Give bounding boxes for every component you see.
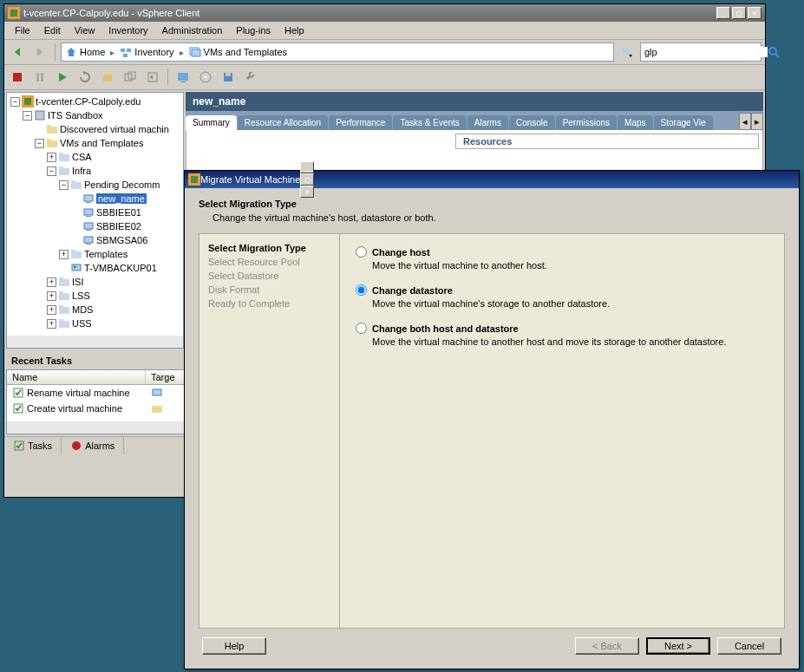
svg-rect-67 bbox=[152, 406, 162, 413]
play-button[interactable] bbox=[53, 68, 72, 87]
tab-tasks-events[interactable]: Tasks & Events bbox=[393, 115, 466, 130]
floppy-button[interactable] bbox=[219, 68, 238, 87]
vms-templates-icon bbox=[189, 46, 201, 58]
pause-button[interactable] bbox=[30, 68, 49, 87]
search-input[interactable] bbox=[641, 47, 768, 57]
tab-resource-allocation[interactable]: Resource Allocation bbox=[238, 115, 328, 130]
console-button[interactable] bbox=[173, 68, 193, 87]
tree-node-templates[interactable]: +Templates bbox=[9, 247, 181, 261]
status-tab-alarms[interactable]: Alarms bbox=[62, 437, 124, 454]
dialog-minimize-button[interactable]: _ bbox=[300, 161, 314, 173]
cd-button[interactable] bbox=[196, 68, 215, 87]
svg-point-20 bbox=[108, 72, 112, 75]
tree-node-uss[interactable]: +USS bbox=[9, 316, 181, 330]
status-tab-tasks[interactable]: Tasks bbox=[4, 437, 62, 454]
breadcrumb-inventory[interactable]: Inventory bbox=[120, 46, 173, 58]
svg-rect-1 bbox=[10, 10, 17, 16]
cancel-button[interactable]: Cancel bbox=[717, 637, 781, 655]
tab-permissions[interactable]: Permissions bbox=[556, 115, 617, 130]
tab-console[interactable]: Console bbox=[509, 115, 555, 130]
main-titlebar[interactable]: t-vcenter.CP-Calpoly.edu - vSphere Clien… bbox=[4, 4, 765, 22]
tree-node-pending[interactable]: −Pending Decomm bbox=[9, 178, 181, 192]
tree-node-datacenter[interactable]: −ITS Sandbox bbox=[9, 108, 181, 122]
tree-node-discovered[interactable]: Discovered virtual machin bbox=[9, 122, 181, 136]
vm-icon bbox=[151, 387, 163, 399]
tree-node-vcenter[interactable]: −t-vcenter.CP-Calpoly.edu bbox=[9, 95, 181, 108]
svg-rect-62 bbox=[59, 321, 69, 328]
tree-node-sbbiee01[interactable]: SBBIEE01 bbox=[9, 206, 181, 219]
tab-alarms[interactable]: Alarms bbox=[467, 115, 508, 130]
search-options-button[interactable] bbox=[618, 42, 637, 62]
tree-node-isi[interactable]: +ISI bbox=[9, 275, 181, 289]
snapshot-manager-button[interactable] bbox=[121, 68, 140, 87]
menu-edit[interactable]: Edit bbox=[39, 23, 66, 37]
breadcrumb-vms[interactable]: VMs and Templates bbox=[189, 46, 287, 58]
option-change-host[interactable]: Change host Move the virtual machine to … bbox=[356, 246, 768, 271]
search-button[interactable] bbox=[768, 43, 780, 61]
tree-node-infra[interactable]: −Infra bbox=[9, 164, 181, 178]
folder-icon bbox=[151, 402, 163, 414]
wizard-step-migration-type[interactable]: Select Migration Type bbox=[208, 241, 330, 255]
svg-rect-9 bbox=[192, 49, 200, 56]
inventory-tree[interactable]: −t-vcenter.CP-Calpoly.edu −ITS Sandbox D… bbox=[6, 92, 184, 349]
vcenter-icon bbox=[22, 95, 34, 108]
tree-node-vms-templates[interactable]: −VMs and Templates bbox=[9, 136, 181, 150]
tree-node-new-name[interactable]: new_name bbox=[9, 192, 181, 206]
menu-file[interactable]: File bbox=[10, 23, 36, 37]
task-col-name[interactable]: Name bbox=[7, 370, 146, 384]
tabs-scroll-right[interactable]: ▸ bbox=[751, 113, 763, 130]
wizard-step-datastore: Select Datastore bbox=[208, 269, 330, 283]
minimize-button[interactable]: _ bbox=[716, 7, 730, 19]
next-button[interactable]: Next > bbox=[646, 637, 710, 655]
snapshot-button[interactable] bbox=[98, 68, 117, 87]
tree-node-sbmgsa06[interactable]: SBMGSA06 bbox=[9, 233, 181, 247]
svg-rect-16 bbox=[41, 73, 43, 82]
dialog-close-button[interactable]: × bbox=[300, 186, 314, 198]
option-change-datastore[interactable]: Change datastore Move the virtual machin… bbox=[356, 284, 768, 309]
svg-rect-33 bbox=[36, 111, 44, 120]
tab-storage-views[interactable]: Storage Vie bbox=[654, 115, 713, 130]
option-change-both[interactable]: Change both host and datastore Move the … bbox=[356, 323, 768, 347]
breadcrumb-home[interactable]: Home bbox=[65, 46, 105, 58]
dialog-maximize-button[interactable]: □ bbox=[300, 173, 314, 186]
tabs-scroll-left[interactable]: ◂ bbox=[739, 113, 751, 130]
resources-box-header: Resources bbox=[455, 134, 759, 149]
breadcrumb-bar[interactable]: Home ▸ Inventory ▸ VMs and Templates bbox=[61, 42, 614, 62]
radio-change-host[interactable] bbox=[356, 246, 367, 258]
breadcrumb-arrow-icon: ▸ bbox=[108, 48, 116, 57]
tree-node-lss[interactable]: +LSS bbox=[9, 289, 181, 303]
menu-plugins[interactable]: Plug-ins bbox=[231, 23, 276, 37]
nav-back-button[interactable] bbox=[8, 42, 27, 62]
tree-node-mds[interactable]: +MDS bbox=[9, 303, 181, 316]
svg-rect-5 bbox=[121, 49, 125, 52]
wizard-step-disk-format: Disk Format bbox=[208, 283, 330, 297]
menu-view[interactable]: View bbox=[69, 23, 101, 37]
task-icon bbox=[12, 402, 24, 414]
close-button[interactable]: × bbox=[748, 7, 762, 19]
svg-marker-24 bbox=[150, 75, 153, 80]
tab-performance[interactable]: Performance bbox=[329, 115, 392, 130]
tree-node-sbbiee02[interactable]: SBBIEE02 bbox=[9, 219, 181, 233]
menu-inventory[interactable]: Inventory bbox=[103, 23, 153, 37]
stop-button[interactable] bbox=[8, 68, 27, 87]
help-button[interactable]: Help bbox=[202, 637, 266, 655]
revert-snapshot-button[interactable] bbox=[143, 68, 162, 87]
tab-maps[interactable]: Maps bbox=[618, 115, 652, 130]
menu-administration[interactable]: Administration bbox=[157, 23, 228, 37]
back-button[interactable]: < Back bbox=[575, 637, 639, 655]
radio-change-datastore[interactable] bbox=[356, 284, 367, 296]
nav-forward-button[interactable] bbox=[30, 42, 49, 62]
dialog-titlebar[interactable]: Migrate Virtual Machine _ □ × bbox=[185, 171, 799, 188]
tree-horizontal-scrollbar[interactable] bbox=[7, 336, 183, 348]
search-box[interactable] bbox=[640, 42, 762, 62]
restart-button[interactable] bbox=[75, 68, 95, 87]
menu-help[interactable]: Help bbox=[279, 23, 310, 37]
settings-button[interactable] bbox=[241, 68, 260, 87]
maximize-button[interactable]: □ bbox=[732, 7, 746, 19]
tree-node-tvmbackup[interactable]: T-VMBACKUP01 bbox=[9, 261, 181, 275]
tab-summary[interactable]: Summary bbox=[186, 115, 237, 130]
menu-bar: File Edit View Inventory Administration … bbox=[4, 22, 765, 40]
tree-node-csa[interactable]: +CSA bbox=[9, 150, 181, 164]
radio-change-both[interactable] bbox=[356, 323, 367, 334]
pause-icon bbox=[34, 71, 46, 83]
